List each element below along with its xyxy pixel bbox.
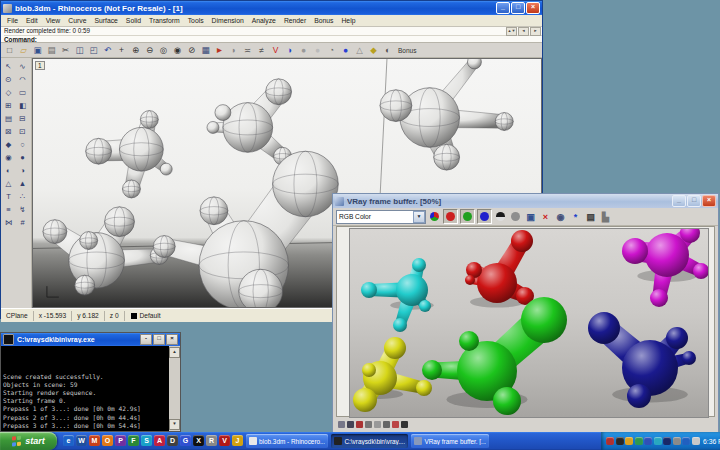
rgb-channels-icon[interactable] bbox=[428, 210, 441, 223]
menu-item[interactable]: Analyze bbox=[248, 17, 280, 24]
menu-item[interactable]: Surface bbox=[90, 17, 121, 24]
side-toolbar-icon[interactable]: ◠ bbox=[16, 74, 29, 85]
tray-icon[interactable] bbox=[644, 437, 652, 445]
toolbar-icon[interactable]: + bbox=[115, 44, 128, 56]
vfb-close-button[interactable]: × bbox=[702, 195, 716, 207]
alpha-channel-icon[interactable] bbox=[494, 210, 507, 223]
monochrome-icon[interactable] bbox=[509, 210, 522, 223]
side-toolbar-icon[interactable]: ↖ bbox=[2, 61, 15, 72]
menu-item[interactable]: Transform bbox=[145, 17, 184, 24]
side-toolbar-icon[interactable]: ∴ bbox=[16, 191, 29, 202]
quick-launch-icon[interactable]: R bbox=[206, 435, 217, 446]
console-minimize-button[interactable]: - bbox=[140, 334, 152, 345]
blue-channel-icon[interactable] bbox=[477, 209, 492, 224]
taskbar-task-button[interactable]: C:\vraysdk\bin\vray.... bbox=[331, 434, 408, 448]
toolbar-icon[interactable]: ◫ bbox=[73, 44, 86, 56]
toolbar-icon[interactable]: △ bbox=[353, 44, 366, 56]
vfb-status-icon[interactable] bbox=[401, 421, 408, 428]
console-titlebar[interactable]: C:\vraysdk\bin\vray.exe - □ × bbox=[1, 333, 180, 346]
quick-launch-icon[interactable]: e bbox=[63, 435, 74, 446]
tray-icon[interactable] bbox=[635, 437, 643, 445]
toolbar-icon[interactable]: V bbox=[269, 44, 282, 56]
side-toolbar-icon[interactable]: ∿ bbox=[16, 61, 29, 72]
close-button[interactable]: × bbox=[526, 2, 540, 14]
save-image-icon[interactable]: ▣ bbox=[524, 210, 537, 223]
toolbar-icon[interactable]: ◗ bbox=[227, 44, 240, 56]
tray-icon[interactable] bbox=[682, 437, 690, 445]
scroll-down-icon[interactable]: ▼ bbox=[169, 419, 180, 430]
toolbar-icon[interactable]: ◑ bbox=[283, 44, 296, 56]
side-toolbar-icon[interactable]: ▭ bbox=[16, 87, 29, 98]
vfb-status-icon[interactable] bbox=[338, 421, 345, 428]
toolbar-icon[interactable]: ● bbox=[297, 44, 310, 56]
rhino-titlebar[interactable]: blob.3dm - Rhinoceros (Not For Resale) -… bbox=[1, 1, 542, 15]
side-toolbar-icon[interactable]: ◆ bbox=[2, 139, 15, 150]
console-scrollbar[interactable]: ▲ ▼ bbox=[169, 346, 180, 431]
toolbar-icon[interactable]: ⊘ bbox=[185, 44, 198, 56]
menu-item[interactable]: Edit bbox=[22, 17, 42, 24]
side-toolbar-icon[interactable]: ◑ bbox=[16, 165, 29, 176]
quick-launch-icon[interactable]: F bbox=[128, 435, 139, 446]
tray-icon[interactable] bbox=[663, 437, 671, 445]
side-toolbar-icon[interactable]: ▤ bbox=[2, 113, 15, 124]
toolbar-icon[interactable]: ▱ bbox=[17, 44, 30, 56]
side-toolbar-icon[interactable]: ○ bbox=[16, 139, 29, 150]
quick-launch-icon[interactable]: G bbox=[180, 435, 191, 446]
toolbar-icon[interactable]: ≠ bbox=[255, 44, 268, 56]
toolbar-icon[interactable]: ◔ bbox=[325, 44, 338, 56]
quick-launch-icon[interactable]: A bbox=[154, 435, 165, 446]
quick-launch-icon[interactable]: V bbox=[219, 435, 230, 446]
side-toolbar-icon[interactable]: ⊞ bbox=[2, 100, 15, 111]
scroll-up-icon[interactable]: ▲ bbox=[169, 347, 180, 358]
side-toolbar-icon[interactable]: ⊡ bbox=[16, 126, 29, 137]
rhino-command-area[interactable]: Render completed time: 0 0:59 Command: ▲… bbox=[1, 27, 542, 43]
side-toolbar-icon[interactable]: ⋈ bbox=[2, 217, 15, 228]
quick-launch-icon[interactable]: W bbox=[76, 435, 87, 446]
toolbar-icon[interactable]: ≍ bbox=[241, 44, 254, 56]
show-log-icon[interactable]: ▤ bbox=[584, 210, 597, 223]
vfb-status-icon[interactable] bbox=[347, 421, 354, 428]
tray-icon[interactable] bbox=[616, 437, 624, 445]
toolbar-icon[interactable]: ● bbox=[311, 44, 324, 56]
channel-select[interactable]: RGB Color ▼ bbox=[336, 210, 426, 224]
quick-launch-icon[interactable]: P bbox=[115, 435, 126, 446]
vfb-status-icon[interactable] bbox=[365, 421, 372, 428]
taskbar-task-button[interactable]: VRay frame buffer. [... bbox=[411, 434, 489, 448]
menu-item[interactable]: Tools bbox=[184, 17, 208, 24]
vfb-status-icon[interactable] bbox=[383, 421, 390, 428]
toolbar-icon[interactable]: ◰ bbox=[87, 44, 100, 56]
green-channel-icon[interactable] bbox=[460, 209, 475, 224]
stamp-icon[interactable]: ▙ bbox=[599, 210, 612, 223]
red-channel-icon[interactable] bbox=[443, 209, 458, 224]
vfb-maximize-button[interactable]: □ bbox=[687, 195, 701, 207]
quick-launch-icon[interactable]: M bbox=[89, 435, 100, 446]
menu-item[interactable]: Dimension bbox=[208, 17, 248, 24]
toolbar-icon[interactable]: ► bbox=[213, 44, 226, 56]
tray-icon[interactable] bbox=[654, 437, 662, 445]
toolbar-icon[interactable]: ⊕ bbox=[129, 44, 142, 56]
track-mouse-icon[interactable]: * bbox=[569, 210, 582, 223]
side-toolbar-icon[interactable]: ◉ bbox=[2, 152, 15, 163]
vfb-minimize-button[interactable]: _ bbox=[672, 195, 686, 207]
quick-launch-icon[interactable]: S bbox=[141, 435, 152, 446]
clear-image-icon[interactable]: × bbox=[539, 210, 552, 223]
minimize-button[interactable]: _ bbox=[496, 2, 510, 14]
side-toolbar-icon[interactable]: T bbox=[2, 191, 15, 202]
command-scroll-right-icon[interactable]: ► bbox=[530, 27, 541, 36]
toolbar-icon[interactable]: ▤ bbox=[45, 44, 58, 56]
side-toolbar-icon[interactable]: ↯ bbox=[16, 204, 29, 215]
console-close-button[interactable]: × bbox=[166, 334, 178, 345]
menu-item[interactable]: Bonus bbox=[310, 17, 337, 24]
side-toolbar-icon[interactable]: ◧ bbox=[16, 100, 29, 111]
side-toolbar-icon[interactable]: ⊟ bbox=[16, 113, 29, 124]
toolbar-icon[interactable]: □ bbox=[3, 44, 16, 56]
console-maximize-button[interactable]: □ bbox=[153, 334, 165, 345]
vfb-status-icon[interactable] bbox=[392, 421, 399, 428]
menu-item[interactable]: Help bbox=[337, 17, 359, 24]
side-toolbar-icon[interactable]: ⊙ bbox=[2, 74, 15, 85]
toolbar-icon[interactable]: ◉ bbox=[171, 44, 184, 56]
side-toolbar-icon[interactable]: ◐ bbox=[2, 165, 15, 176]
menu-item[interactable]: View bbox=[42, 17, 65, 24]
viewport-label[interactable]: 1 bbox=[35, 61, 45, 70]
toolbar-icon[interactable]: ◐ bbox=[381, 44, 394, 56]
